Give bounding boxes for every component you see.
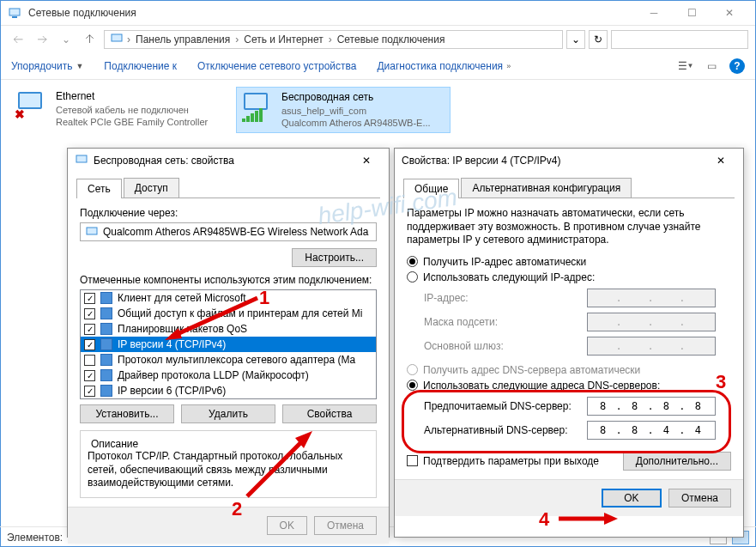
ip-address-input: . . . [587, 289, 716, 307]
close-button[interactable]: ✕ [711, 1, 748, 25]
description-title: Описание [88, 438, 142, 450]
component-icon [100, 354, 112, 366]
component-icon [100, 292, 112, 304]
diagnose-button[interactable]: Диагностика подключения» [377, 60, 511, 72]
advanced-button[interactable]: Дополнительно... [623, 452, 731, 471]
tab-sharing[interactable]: Доступ [124, 178, 179, 198]
component-item[interactable]: ✓Планировщик пакетов QoS [81, 321, 376, 337]
tab-alternate[interactable]: Альтернативная конфигурация [461, 178, 632, 198]
history-dropdown[interactable]: ⌄ [56, 29, 76, 50]
tabs: Сеть Доступ [76, 178, 380, 198]
maximize-button[interactable]: ☐ [673, 1, 711, 25]
dns-alternate-label: Альтернативный DNS-сервер: [424, 424, 587, 436]
breadcrumb[interactable]: Панель управления [134, 33, 232, 46]
refresh-dropdown[interactable]: ⌄ [566, 30, 585, 49]
gateway-input: . . . [587, 337, 716, 356]
ip-auto-radio[interactable]: Получить IP-адрес автоматически [407, 256, 731, 268]
window-title: Сетевые подключения [28, 7, 635, 19]
component-item[interactable]: ✓Общий доступ к файлам и принтерам для с… [81, 306, 376, 321]
tab-network[interactable]: Сеть [76, 179, 122, 198]
component-item-ipv4[interactable]: ✓IP версии 4 (TCP/IPv4) [81, 337, 376, 352]
address-bar: 🡠 🡢 ⌄ 🡡 › Панель управления › Сеть и Инт… [1, 25, 755, 52]
adapter-combo[interactable]: Qualcomm Atheros AR9485WB-EG Wireless Ne… [80, 222, 377, 241]
connection-item-ethernet[interactable]: ✖ Ethernet Сетевой кабель не подключен R… [11, 87, 226, 133]
radio-icon [407, 271, 418, 283]
up-button[interactable]: 🡡 [80, 29, 100, 50]
properties-button[interactable]: Свойства [282, 404, 377, 423]
description-group: Описание Протокол TCP/IP. Стандартный пр… [80, 430, 377, 498]
dialog-title: Свойства: IP версии 4 (TCP/IPv4) [402, 155, 705, 167]
close-button[interactable]: ✕ [351, 149, 382, 172]
component-item[interactable]: ✓IP версии 6 (TCP/IPv6) [81, 383, 376, 398]
refresh-button[interactable]: ↻ [589, 30, 608, 49]
radio-icon [407, 256, 418, 267]
connection-name: Беспроводная сеть [281, 91, 431, 105]
close-button[interactable]: ✕ [705, 149, 736, 172]
dns-preferred-input[interactable]: 8 . 8 . 8 . 8 [587, 397, 716, 416]
forward-button[interactable]: 🡢 [32, 29, 52, 50]
preview-pane-icon[interactable]: ▭ [704, 58, 719, 74]
ethernet-icon: ✖ [15, 90, 49, 121]
chevron-right-icon[interactable]: › [125, 33, 132, 46]
components-list[interactable]: ✓Клиент для сетей Microsoft ✓Общий досту… [80, 289, 377, 399]
component-icon [100, 369, 112, 381]
chevron-right-icon[interactable]: › [327, 33, 334, 46]
back-button[interactable]: 🡠 [8, 29, 28, 50]
checkbox[interactable]: ✓ [84, 370, 95, 381]
checkbox[interactable]: ✓ [84, 324, 95, 335]
dns-auto-radio[interactable]: Получить адрес DNS-сервера автоматически [407, 364, 731, 376]
subnet-mask-label: Маска подсети: [424, 316, 587, 328]
svg-rect-3 [76, 155, 87, 162]
checkbox[interactable] [84, 355, 95, 366]
connect-to-button[interactable]: Подключение к [104, 60, 177, 72]
svg-rect-1 [12, 16, 17, 18]
status-text: Элементов: [7, 532, 63, 544]
view-split-icon[interactable]: ☰▼ [678, 58, 693, 74]
radio-icon [407, 380, 418, 391]
ip-manual-radio[interactable]: Использовать следующий IP-адрес: [407, 271, 731, 283]
dialog-titlebar: Свойства: IP версии 4 (TCP/IPv4) ✕ [395, 149, 743, 173]
dialog-title: Беспроводная сеть: свойства [94, 155, 351, 167]
help-icon[interactable]: ? [729, 58, 745, 74]
dialog-footer: OK Отмена [68, 507, 389, 544]
checkbox[interactable]: ✓ [84, 308, 95, 319]
disable-device-button[interactable]: Отключение сетевого устройства [197, 60, 356, 72]
search-input[interactable] [611, 30, 748, 49]
breadcrumb[interactable]: Сеть и Интернет [242, 33, 324, 46]
component-icon [100, 338, 112, 350]
configure-button[interactable]: Настроить... [292, 248, 377, 267]
connection-item-wifi[interactable]: Беспроводная сеть asus_help_wifi_com Qua… [236, 87, 451, 133]
breadcrumb[interactable]: Сетевые подключения [336, 33, 447, 46]
validate-checkbox[interactable] [407, 455, 418, 466]
breadcrumb-bar[interactable]: › Панель управления › Сеть и Интернет › … [104, 30, 563, 49]
titlebar: Сетевые подключения ─ ☐ ✕ [1, 1, 755, 25]
dialog-titlebar: Беспроводная сеть: свойства ✕ [68, 149, 389, 173]
checkbox[interactable]: ✓ [84, 386, 95, 397]
component-item[interactable]: Протокол мультиплексора сетевого адаптер… [81, 352, 376, 368]
components-label: Отмеченные компоненты используются этим … [80, 274, 377, 286]
dialog-footer: OK Отмена [395, 479, 743, 516]
dns-alternate-input[interactable]: 8 . 8 . 4 . 4 [587, 421, 716, 440]
organize-menu[interactable]: Упорядочить▼ [11, 60, 83, 72]
breadcrumb-root-icon [110, 31, 124, 47]
connection-status: Сетевой кабель не подключен [56, 104, 208, 116]
component-item[interactable]: ✓Драйвер протокола LLDP (Майкрософт) [81, 368, 376, 383]
ok-button[interactable]: OK [267, 516, 307, 535]
dns-manual-radio[interactable]: Использовать следующие адреса DNS-сервер… [407, 380, 731, 392]
connection-name: Ethernet [56, 90, 208, 104]
tab-general[interactable]: Общие [403, 179, 459, 198]
install-button[interactable]: Установить... [80, 404, 174, 423]
cancel-button[interactable]: Отмена [668, 489, 731, 507]
validate-label: Подтвердить параметры при выходе [423, 455, 623, 467]
chevron-right-icon[interactable]: › [233, 33, 240, 46]
uninstall-button[interactable]: Удалить [181, 404, 275, 423]
subnet-mask-input: . . . [587, 313, 716, 331]
checkbox[interactable]: ✓ [84, 293, 95, 304]
ok-button[interactable]: OK [602, 489, 662, 507]
checkbox[interactable]: ✓ [84, 339, 95, 350]
cancel-button[interactable]: Отмена [314, 516, 377, 535]
component-item[interactable]: ✓Клиент для сетей Microsoft [81, 290, 376, 306]
minimize-button[interactable]: ─ [635, 1, 673, 25]
dns-preferred-label: Предпочитаемый DNS-сервер: [424, 400, 587, 412]
wifi-icon [240, 91, 275, 122]
